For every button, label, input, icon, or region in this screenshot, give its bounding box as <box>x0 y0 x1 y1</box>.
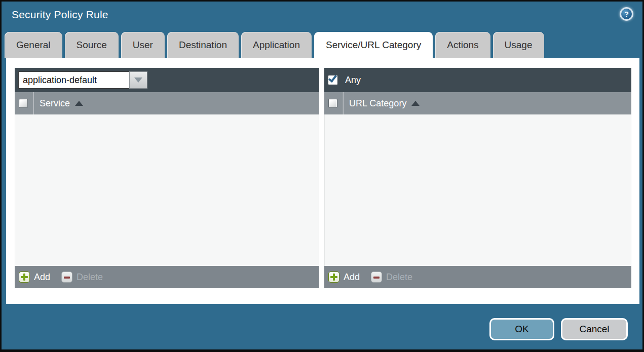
minus-icon <box>61 271 72 283</box>
url-category-panel: Any URL Category Add Delete <box>324 68 631 288</box>
ok-button[interactable]: OK <box>489 318 554 340</box>
help-icon[interactable]: ? <box>620 7 633 21</box>
url-category-delete-button[interactable]: Delete <box>371 271 412 283</box>
service-table-header: Service <box>15 92 319 114</box>
tab-service-url-category[interactable]: Service/URL Category <box>314 32 433 58</box>
url-category-list-body[interactable] <box>324 114 631 266</box>
security-policy-rule-dialog: Security Policy Rule ? General Source Us… <box>0 0 644 352</box>
url-category-toolbar: Any <box>324 68 631 92</box>
column-separator <box>343 92 343 114</box>
add-button-label: Add <box>344 272 360 283</box>
tab-application[interactable]: Application <box>241 32 312 58</box>
delete-button-label: Delete <box>386 272 412 283</box>
service-panel: Service Add Delete <box>15 68 319 288</box>
url-category-table-header: URL Category <box>324 92 631 114</box>
tab-user[interactable]: User <box>121 32 165 58</box>
plus-icon <box>328 271 339 283</box>
service-footer: Add Delete <box>15 266 319 288</box>
service-type-input[interactable] <box>18 71 129 89</box>
any-checkbox-label: Any <box>345 75 361 86</box>
service-list-body[interactable] <box>15 114 319 266</box>
any-checkbox[interactable] <box>328 75 338 85</box>
service-delete-button[interactable]: Delete <box>61 271 103 283</box>
checkmark-icon <box>328 73 337 83</box>
sort-ascending-icon <box>411 101 420 106</box>
service-column-header[interactable]: Service <box>40 98 70 109</box>
service-select-all-checkbox[interactable] <box>19 99 28 108</box>
dialog-title: Security Policy Rule <box>12 9 108 21</box>
service-toolbar <box>15 68 319 92</box>
url-category-add-button[interactable]: Add <box>328 271 360 283</box>
tab-source[interactable]: Source <box>65 32 119 58</box>
url-category-select-all-checkbox[interactable] <box>328 99 337 108</box>
service-add-button[interactable]: Add <box>19 271 50 283</box>
tab-actions[interactable]: Actions <box>435 32 490 58</box>
add-button-label: Add <box>34 272 50 283</box>
service-type-dropdown-button[interactable] <box>129 71 147 89</box>
sort-ascending-icon <box>75 101 83 106</box>
url-category-footer: Add Delete <box>324 266 631 288</box>
minus-icon <box>371 271 382 283</box>
chevron-down-icon <box>134 77 142 83</box>
titlebar: Security Policy Rule ? <box>2 2 642 32</box>
cancel-button[interactable]: Cancel <box>561 318 628 340</box>
url-category-column-header[interactable]: URL Category <box>349 98 406 109</box>
tab-content: Service Add Delete <box>6 58 639 304</box>
tab-destination[interactable]: Destination <box>167 32 239 58</box>
tab-usage[interactable]: Usage <box>493 32 544 58</box>
service-type-combo <box>18 71 147 89</box>
plus-icon <box>19 271 30 283</box>
column-separator <box>33 92 33 114</box>
delete-button-label: Delete <box>77 272 103 283</box>
tab-general[interactable]: General <box>5 32 62 58</box>
tab-bar: General Source User Destination Applicat… <box>5 32 544 58</box>
